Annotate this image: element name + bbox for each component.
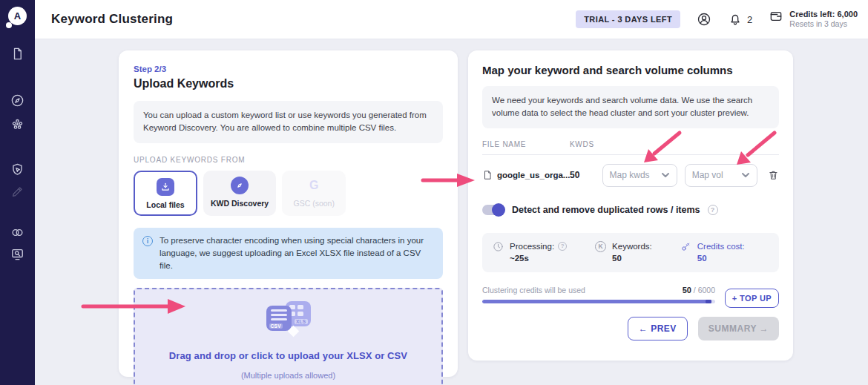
uploaded-file-name: google_us_orga... <box>497 171 570 180</box>
upload-card-title: Upload Keywords <box>134 77 443 91</box>
chevron-down-icon <box>741 171 750 180</box>
editor-icon[interactable] <box>10 185 24 199</box>
source-option-label: KWD Discovery <box>211 199 269 208</box>
wizard-footer-buttons: ← PREV SUMMARY → <box>482 317 779 340</box>
file-document-icon <box>482 169 493 181</box>
account-icon[interactable] <box>697 12 711 27</box>
dedupe-toggle[interactable] <box>482 205 504 215</box>
credits-progress-section: Clustering credits will be used 50 / 600… <box>482 286 779 303</box>
linked-circles-icon[interactable] <box>10 226 24 240</box>
xls-label: XLS <box>295 319 308 324</box>
key-icon <box>680 241 691 252</box>
source-option-gsc[interactable]: G GSC (soon) <box>282 171 346 216</box>
notifications-bell-icon[interactable] <box>728 12 743 27</box>
compass-icon <box>231 177 249 194</box>
map-card-description: We need your keywords and search volume … <box>482 86 779 128</box>
keyword-count: 50 <box>570 170 602 180</box>
dedupe-toggle-label: Detect and remove duplicated rows / item… <box>512 205 700 215</box>
credits-usage-fraction: 50 / 6000 <box>683 286 715 294</box>
keywords-k-icon: K <box>595 241 606 252</box>
map-card-title: Map your keyword and search volume colum… <box>482 64 779 76</box>
step-indicator: Step 2/3 <box>134 65 443 73</box>
summary-button[interactable]: SUMMARY → <box>698 317 779 340</box>
encoding-info-text: To preserve character encoding when usin… <box>160 234 434 273</box>
credits-cost-stat: Credits cost: 50 <box>680 240 745 265</box>
encoding-info-callout: i To preserve character encoding when us… <box>134 228 443 280</box>
sidebar: A <box>0 0 35 385</box>
page-title: Keyword Clustering <box>51 12 173 27</box>
keywords-label: Keywords: <box>612 240 652 253</box>
credits-wallet-icon[interactable] <box>769 9 783 24</box>
chevron-down-icon <box>661 171 670 180</box>
processing-stat: Processing: ? ~25s <box>493 240 567 265</box>
file-name-column-header: FILE NAME <box>482 140 570 148</box>
source-option-kwd-discovery[interactable]: KWD Discovery <box>203 171 276 216</box>
source-option-local-files[interactable]: Local files <box>134 171 197 216</box>
documents-icon[interactable] <box>10 47 24 61</box>
compass-discovery-icon[interactable] <box>10 93 24 108</box>
app-logo[interactable]: A <box>0 0 35 35</box>
credits-reset-text: Resets in 3 days <box>789 19 858 30</box>
map-vol-dropdown[interactable]: Map vol <box>685 164 757 187</box>
credits-cost-value: 50 <box>697 252 745 265</box>
file-table-header: FILE NAME KWDS <box>482 140 779 155</box>
keywords-value: 50 <box>612 252 652 265</box>
credits-cost-label: Credits cost: <box>697 240 745 253</box>
dropzone-title: Drag and drop or click to upload your XL… <box>169 350 407 361</box>
credits-progress-label: Clustering credits will be used <box>482 286 585 294</box>
processing-label: Processing: <box>510 240 554 253</box>
notification-count: 2 <box>747 14 752 25</box>
upload-keywords-card: Step 2/3 Upload Keywords You can upload … <box>119 50 458 377</box>
kwds-column-header: KWDS <box>570 140 607 148</box>
dedupe-toggle-row: Detect and remove duplicated rows / item… <box>482 205 779 215</box>
map-vol-placeholder: Map vol <box>692 170 737 180</box>
trial-badge: TRIAL - 3 DAYS LEFT <box>576 10 680 28</box>
run-stats-bar: Processing: ? ~25s K Keywords: 50 Credit… <box>482 233 779 272</box>
processing-value: ~25s <box>510 252 567 265</box>
source-option-label: Local files <box>146 200 184 209</box>
map-kwds-placeholder: Map kwds <box>610 170 657 180</box>
help-icon: ? <box>708 205 718 215</box>
logo-dot <box>6 22 12 28</box>
credits-progress-bar <box>482 300 715 303</box>
info-icon: i <box>142 236 153 246</box>
map-kwds-dropdown[interactable]: Map kwds <box>602 164 677 187</box>
csv-file-icon: CSV <box>266 306 292 331</box>
top-header: Keyword Clustering TRIAL - 3 DAYS LEFT 2… <box>35 0 868 39</box>
download-file-icon <box>157 178 174 196</box>
file-dropzone[interactable]: CSV XLS Drag and drop or click to upload… <box>134 288 443 385</box>
help-icon: ? <box>558 242 567 251</box>
credits-summary: Credits left: 6,000 Resets in 3 days <box>789 9 858 30</box>
map-columns-card: Map your keyword and search volume colum… <box>468 50 793 361</box>
csv-label: CSV <box>269 323 283 329</box>
csv-xls-files-icon: CSV XLS <box>262 300 315 338</box>
upload-source-label: UPLOAD KEYWORDS FROM <box>134 156 443 164</box>
serp-tracker-icon[interactable] <box>10 162 24 177</box>
clustering-icon[interactable] <box>10 117 24 131</box>
google-g-icon: G <box>305 177 323 194</box>
clock-icon <box>493 241 504 252</box>
upload-card-description: You can upload a custom keyword list or … <box>134 101 443 143</box>
dropzone-subtitle: (Multiple uploads allowed) <box>241 371 335 380</box>
site-audit-icon[interactable] <box>10 247 24 261</box>
upload-source-options: Local files KWD Discovery G GSC (soon) <box>134 171 443 216</box>
prev-button[interactable]: ← PREV <box>628 317 688 340</box>
delete-file-trash-icon[interactable] <box>768 168 779 182</box>
keywords-stat: K Keywords: 50 <box>595 240 652 265</box>
source-option-label: GSC (soon) <box>293 199 334 208</box>
uploaded-file-row: google_us_orga... 50 Map kwds Map vol <box>482 155 779 197</box>
credits-left-text: Credits left: 6,000 <box>789 9 858 19</box>
top-up-button[interactable]: + TOP UP <box>725 289 779 308</box>
